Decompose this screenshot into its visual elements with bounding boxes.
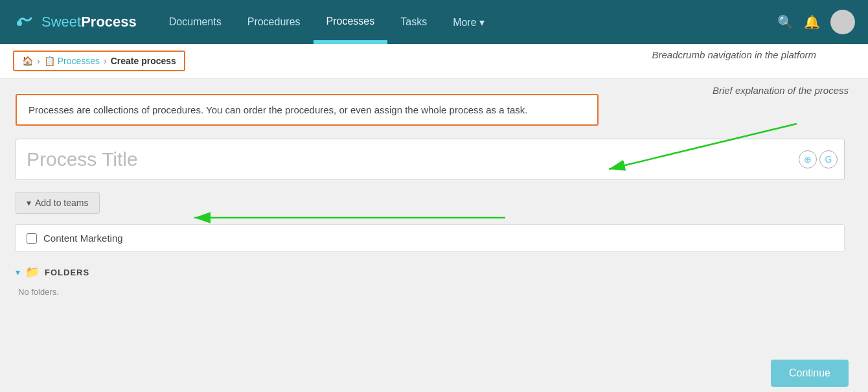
home-icon: 🏠 [22,56,33,66]
bell-icon: 🔔 [804,14,820,30]
notifications-button[interactable]: 🔔 [804,14,820,30]
breadcrumb: 🏠 › 📋 Processes › Create process [13,51,185,71]
translate-icon: ⊕ [804,154,812,165]
nav-tasks[interactable]: Tasks [387,0,440,44]
folders-header: ▾ 📁 FOLDERS [16,265,852,279]
nav-processes[interactable]: Processes [314,0,388,44]
nav-links: Documents Procedures Processes Tasks Mor… [156,0,777,44]
processes-folder-icon: 📋 [44,56,55,66]
user-avatar[interactable] [830,10,855,34]
folders-section: ▾ 📁 FOLDERS No folders. [16,265,852,297]
breadcrumb-sep-1: › [37,56,40,66]
grammarly-icon: G [825,154,832,165]
navbar: SweetProcess Documents Procedures Proces… [0,0,868,44]
brand-icon [13,10,36,34]
breadcrumb-current: Create process [111,56,176,66]
brand-logo-area: SweetProcess [13,10,137,34]
team-label-content-marketing: Content Marketing [43,233,123,244]
search-icon: 🔍 [777,14,794,30]
chevron-down-icon: ▾ [27,198,31,208]
breadcrumb-home[interactable]: 🏠 [22,56,33,66]
breadcrumb-sep-2: › [104,56,107,66]
translate-icon-button[interactable]: ⊕ [799,150,817,168]
add-teams-label: Add to teams [35,198,89,208]
svg-point-1 [17,21,22,26]
brand-name: SweetProcess [41,14,137,30]
folder-icon: 📁 [25,265,40,279]
search-button[interactable]: 🔍 [777,14,794,30]
top-annotation-text: Brief explanation of the process [713,85,849,96]
folders-title: FOLDERS [45,268,89,277]
process-title-input[interactable] [27,148,805,170]
team-checkbox-content-marketing[interactable] [27,233,37,244]
add-to-teams-button[interactable]: ▾ Add to teams [16,192,100,214]
info-text: Processes are collections of procedures.… [29,104,527,115]
nav-documents[interactable]: Documents [156,0,234,44]
folders-toggle-icon[interactable]: ▾ [16,267,20,277]
svg-point-0 [13,10,36,34]
nav-procedures[interactable]: Procedures [234,0,314,44]
continue-button[interactable]: Continue [771,360,849,387]
no-folders-text: No folders. [16,286,852,297]
nav-more[interactable]: More ▾ [440,0,497,44]
main-content: Brief explanation of the process Process… [0,78,868,392]
grammarly-icon-button[interactable]: G [819,150,838,168]
breadcrumb-processes-link[interactable]: 📋 Processes [44,56,100,66]
process-title-wrapper: ⊕ G [16,139,845,180]
breadcrumb-annotation-text: Breadcrumb navigation in the platform [652,49,816,60]
info-box: Processes are collections of procedures.… [16,94,599,126]
breadcrumb-bar: 🏠 › 📋 Processes › Create process Breadcr… [0,44,868,78]
team-item-content-marketing: Content Marketing [16,225,844,251]
teams-list: Content Marketing [16,224,845,252]
nav-icons: 🔍 🔔 [777,10,855,34]
title-icon-group: ⊕ G [799,150,838,168]
